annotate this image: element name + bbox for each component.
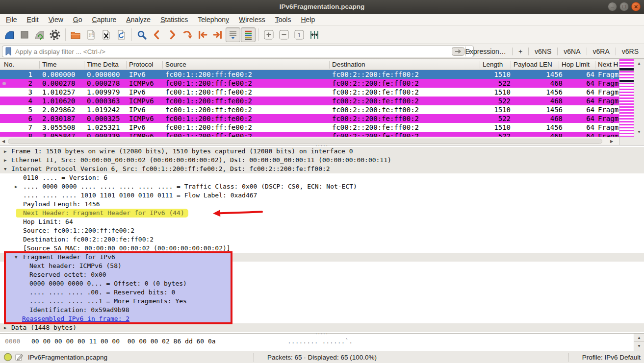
expander-closed-icon[interactable]: ▶ [4, 323, 6, 332]
packet-row[interactable]: 10.0000000.000000IPv6fc00:1::200:ff:fe00… [0, 70, 619, 79]
menu-edit[interactable]: Edit [22, 15, 44, 24]
column-header-time[interactable]: Time [42, 59, 85, 70]
detail-line[interactable]: Hop Limit: 64 [0, 218, 644, 226]
column-header-delta[interactable]: Time Delta [87, 59, 125, 70]
restart-capture-button[interactable] [32, 27, 47, 42]
next-packet-button[interactable] [165, 27, 180, 42]
column-separator[interactable] [559, 61, 559, 69]
colorize-toggle[interactable] [241, 27, 256, 42]
expander-closed-icon[interactable]: ▶ [4, 156, 6, 165]
reload-file-button[interactable] [114, 27, 129, 42]
menu-tools[interactable]: Tools [270, 15, 296, 24]
column-header-length[interactable]: Length [483, 59, 511, 70]
packet-row[interactable]: 20.0002780.000278ICMPv6fc00:1::200:ff:fe… [0, 79, 619, 88]
close-button[interactable]: × [631, 2, 641, 11]
column-separator[interactable] [480, 61, 480, 69]
auto-scroll-toggle[interactable] [226, 27, 240, 42]
capture-options-button[interactable] [48, 27, 62, 42]
open-file-button[interactable] [68, 27, 83, 42]
column-separator[interactable] [595, 61, 595, 69]
go-to-packet-button[interactable] [180, 27, 195, 42]
column-header-hop_limit[interactable]: Hop Limit [562, 59, 594, 70]
detail-line[interactable]: .... .... .... 1010 1101 0100 0110 0111 … [0, 191, 644, 200]
hex-scrollbar[interactable]: ▲ ▼ [634, 334, 644, 351]
title-bar[interactable]: IPv6Fragmentation.pcapng –□× [0, 0, 644, 14]
packet-row[interactable]: 62.0301870.000325ICMPv6fc00:1::200:ff:fe… [0, 114, 619, 123]
detail-line[interactable]: Destination: fc00:2::200:fe:ff00:2 [0, 235, 644, 244]
first-packet-button[interactable] [195, 27, 210, 42]
display-filter-box[interactable]: ▼ [2, 46, 474, 57]
zoom-100-button[interactable]: 1 [292, 27, 307, 42]
detail-line[interactable]: Payload Length: 1456 [0, 200, 644, 209]
column-header-protocol[interactable]: Protocol [129, 59, 161, 70]
packet-list-vertical-scrollbar[interactable]: ▲ ▼ [634, 59, 644, 145]
packet-row[interactable]: 83.0558470.000339ICMPv6fc00:1::200:ff:fe… [0, 132, 619, 137]
column-separator[interactable] [126, 61, 127, 69]
save-file-button[interactable]: 01010110 [83, 27, 98, 42]
previous-packet-button[interactable] [150, 27, 164, 42]
pane-splitter-handle[interactable]: ····· [315, 144, 329, 148]
detail-line[interactable]: ▼Internet Protocol Version 6, Src: fc00:… [0, 165, 644, 173]
maximize-button[interactable]: □ [619, 2, 629, 11]
apply-filter-button[interactable] [452, 47, 464, 56]
menu-wireless[interactable]: Wireless [234, 15, 270, 24]
menu-telephony[interactable]: Telephony [193, 15, 234, 24]
horizontal-scroll-thumb[interactable] [8, 139, 602, 144]
column-header-payload_len[interactable]: Payload LEN [514, 59, 563, 70]
bookmark-icon[interactable] [4, 47, 12, 56]
column-header-no[interactable]: No. [4, 59, 32, 70]
menu-capture[interactable]: Capture [87, 15, 122, 24]
scroll-down-icon[interactable]: ▼ [634, 129, 644, 136]
detail-line[interactable]: Next Header: Fragment Header for IPv6 (4… [0, 209, 644, 218]
filter-v6na-button[interactable]: v6NA [562, 47, 582, 56]
column-separator[interactable] [84, 61, 84, 69]
column-separator[interactable] [329, 61, 330, 69]
start-capture-button[interactable] [2, 27, 17, 42]
scroll-up-icon[interactable]: ▲ [634, 60, 644, 67]
menu-go[interactable]: Go [68, 15, 87, 24]
expander-open-icon[interactable]: ▼ [4, 165, 6, 173]
menu-analyze[interactable]: Analyze [121, 15, 155, 24]
menu-statistics[interactable]: Statistics [155, 15, 193, 24]
packet-list-horizontal-scrollbar[interactable]: ◀ ▶ [0, 137, 619, 145]
column-separator[interactable] [162, 61, 163, 69]
detail-line[interactable]: ▶.... 0000 0000 .... .... .... .... ....… [0, 182, 644, 191]
detail-line[interactable]: Source: fc00:1::200:ff:fe00:2 [0, 226, 644, 235]
display-filter-input[interactable] [12, 48, 452, 55]
filter-v6rs-button[interactable]: v6RS [620, 47, 640, 56]
packet-row[interactable]: 52.0298621.019242IPv6fc00:1::200:ff:fe00… [0, 105, 619, 114]
detail-line[interactable]: ▶Ethernet II, Src: 00:00:00_00:00:02 (00… [0, 156, 644, 165]
expander-closed-icon[interactable]: ▶ [15, 182, 17, 191]
pane-splitter-handle[interactable]: ····· [315, 332, 329, 336]
last-packet-button[interactable] [210, 27, 225, 42]
detail-line[interactable]: 0110 .... = Version: 6 [0, 173, 644, 182]
add-filter-button[interactable]: + [517, 47, 524, 56]
hex-row[interactable]: 000000 00 00 00 00 11 00 00 00 00 00 02 … [0, 337, 644, 346]
stop-capture-button[interactable] [17, 27, 32, 42]
expander-closed-icon[interactable]: ▶ [4, 147, 6, 156]
menu-help[interactable]: Help [296, 15, 320, 24]
expert-info-icon[interactable] [3, 353, 12, 362]
column-separator[interactable] [511, 61, 511, 69]
column-header-next_header[interactable]: Next H [598, 59, 618, 70]
menu-view[interactable]: View [44, 15, 68, 24]
expression-button[interactable]: Expression… [464, 47, 508, 56]
intelligent-scrollbar-minimap[interactable] [619, 59, 634, 145]
packet-row[interactable]: 31.0102571.009979IPv6fc00:1::200:ff:fe00… [0, 88, 619, 97]
filter-v6ra-button[interactable]: v6RA [592, 47, 611, 56]
column-separator[interactable] [39, 61, 40, 69]
column-header-source[interactable]: Source [165, 59, 326, 70]
packet-row[interactable]: 41.0106200.000363ICMPv6fc00:1::200:ff:fe… [0, 97, 619, 105]
minimize-button[interactable]: – [608, 2, 617, 11]
scroll-down-icon[interactable]: ▼ [634, 342, 644, 350]
close-file-button[interactable] [99, 27, 113, 42]
zoom-out-button[interactable] [277, 27, 291, 42]
status-profile[interactable]: Profile: IPv6 Default [582, 351, 641, 363]
zoom-in-button[interactable] [261, 27, 276, 42]
column-header-destination[interactable]: Destination [332, 59, 478, 70]
scroll-up-icon[interactable]: ▲ [634, 334, 644, 342]
capture-comment-icon[interactable] [15, 353, 24, 362]
filter-v6ns-button[interactable]: v6NS [533, 47, 553, 56]
resize-columns-button[interactable] [307, 27, 322, 42]
find-packet-button[interactable] [134, 27, 149, 42]
